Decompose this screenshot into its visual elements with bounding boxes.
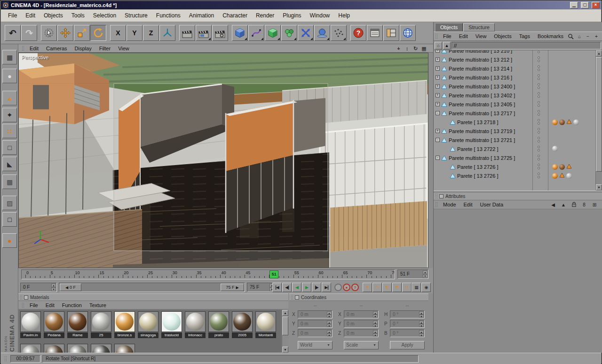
editor-visibility-dot[interactable]	[538, 164, 540, 166]
material-item-partial[interactable]	[20, 344, 42, 353]
material-item-partial[interactable]	[67, 344, 89, 353]
viewport-menu-view[interactable]: View	[114, 45, 133, 52]
object-row[interactable]: +Parete multistrato [ 13 210 ]	[434, 50, 595, 55]
menu-tools[interactable]: Tools	[67, 11, 89, 20]
menu-structure[interactable]: Structure	[120, 11, 152, 20]
menu-window[interactable]: Window	[306, 11, 334, 20]
object-row[interactable]: +Parete multistrato [ 13 2400 ]	[434, 82, 595, 91]
render-visibility-dot[interactable]	[538, 51, 540, 53]
object-row[interactable]: Parete [ 13 2718 ]	[434, 118, 595, 127]
object-row[interactable]: -Parete multistrato [ 13 2721 ]	[434, 135, 595, 144]
phong-tag-icon[interactable]	[559, 173, 565, 179]
pan-view-icon[interactable]: +	[395, 45, 402, 52]
size-y-field[interactable]: 0 m	[344, 320, 379, 328]
material-item[interactable]: Intonacc	[185, 311, 206, 338]
link-icon[interactable]: 8	[580, 201, 588, 208]
key-pla-button[interactable]: ∷	[402, 283, 412, 292]
menu-edit[interactable]: Edit	[21, 11, 40, 20]
field-spinner[interactable]	[327, 330, 332, 336]
size-x-field[interactable]: 0 m	[344, 310, 379, 318]
material-item[interactable]: Montanti	[255, 311, 277, 338]
viewport-menu-display[interactable]: Display	[71, 45, 95, 52]
render-visibility-dot[interactable]	[538, 95, 540, 98]
scroll-up-icon[interactable]: ▲	[596, 50, 602, 56]
menu-functions[interactable]: Functions	[152, 11, 185, 20]
material-item-partial[interactable]	[44, 344, 65, 353]
key-rotation-button[interactable]: ↻	[382, 283, 392, 292]
position-z-field[interactable]: 0 m	[298, 329, 333, 337]
current-frame-marker[interactable]: 51	[269, 270, 278, 278]
make-editable-button[interactable]: ▲	[2, 91, 17, 105]
materials-menu-grip[interactable]	[22, 302, 24, 308]
tree-expand-toggle[interactable]: +	[436, 75, 440, 79]
redo-button[interactable]: ↷	[21, 25, 37, 41]
search-icon[interactable]	[567, 33, 575, 40]
menu-plugins[interactable]: Plugins	[278, 11, 305, 20]
render-visibility-dot[interactable]	[538, 176, 540, 178]
material-item[interactable]: sinagoga	[138, 311, 159, 338]
texture-tag-icon[interactable]	[559, 119, 565, 125]
viewport-menu-edit[interactable]: Edit	[26, 45, 42, 52]
tree-expand-toggle[interactable]: +	[436, 102, 440, 106]
tree-expand-toggle[interactable]: -	[436, 138, 440, 142]
attributes-pin[interactable]	[439, 194, 444, 198]
add-scene-button[interactable]	[314, 25, 330, 41]
menu-animation[interactable]: Animation	[185, 11, 218, 20]
render-visibility-dot[interactable]	[538, 113, 540, 116]
editor-visibility-dot[interactable]	[538, 92, 540, 95]
attributes-grip[interactable]	[435, 193, 438, 199]
points-mode-button[interactable]: ∷	[2, 124, 17, 138]
render-settings-button[interactable]	[212, 25, 228, 41]
rotation-b-field[interactable]: 0 °	[390, 329, 425, 337]
web-button[interactable]	[400, 25, 416, 41]
menu-help[interactable]: Help	[334, 11, 354, 20]
up-icon[interactable]: ▲	[560, 201, 567, 208]
lock-y-axis-button[interactable]: Y	[127, 25, 143, 41]
viewport-canvas[interactable]: Perspective	[18, 53, 428, 268]
render-visibility-dot[interactable]	[538, 69, 540, 71]
scroll-thumb[interactable]	[596, 57, 602, 172]
layout-button[interactable]	[383, 25, 399, 41]
material-item[interactable]: 25	[91, 311, 112, 338]
coordinates-pin[interactable]	[295, 295, 299, 300]
texture-tag-icon[interactable]	[552, 164, 558, 170]
viewport-label[interactable]: Perspective	[22, 55, 48, 60]
object-manager-menu-objects[interactable]: Objects	[490, 32, 515, 40]
range-end-field[interactable]: 75 F	[247, 283, 275, 292]
material-item-partial[interactable]	[91, 344, 112, 353]
attributes-menu-user-data[interactable]: User Data	[476, 201, 507, 208]
render-visibility-dot[interactable]	[538, 149, 540, 151]
tree-expand-toggle[interactable]: +	[436, 84, 440, 88]
key-scale-button[interactable]: □	[372, 283, 382, 292]
object-row[interactable]: Parete [ 13 2722 ]	[434, 144, 595, 153]
editor-visibility-dot[interactable]	[538, 173, 540, 175]
materials-menu-texture[interactable]: Texture	[86, 301, 110, 309]
tree-expand-toggle[interactable]: +	[436, 129, 440, 133]
scroll-thumb[interactable]	[282, 317, 288, 335]
material-item[interactable]: Rame	[67, 311, 89, 338]
play-forward-button[interactable]: ▶	[302, 283, 311, 292]
toggle-view-icon[interactable]: ▦	[420, 45, 428, 52]
editor-visibility-dot[interactable]	[538, 74, 540, 77]
material-item[interactable]: Pedana	[44, 311, 65, 338]
material-item[interactable]: prato	[208, 311, 230, 338]
editor-visibility-dot[interactable]	[538, 137, 540, 139]
minimize-button[interactable]: ▁	[570, 2, 578, 8]
phong-tag-icon[interactable]	[566, 119, 572, 125]
object-row[interactable]: +Parete multistrato [ 13 2405 ]	[434, 100, 595, 109]
object-manager-menu-file[interactable]: File	[439, 32, 455, 40]
range-right-handle[interactable]: 75 F▶	[221, 284, 244, 291]
texture-tag-icon[interactable]	[559, 164, 565, 170]
menu-objects[interactable]: Objects	[40, 11, 67, 20]
sound-record-button[interactable]	[334, 284, 342, 291]
object-row[interactable]: -Parete multistrato [ 13 2717 ]	[434, 109, 595, 118]
tree-expand-toggle[interactable]: +	[436, 57, 440, 62]
content-browser-button[interactable]	[367, 25, 383, 41]
object-manager-menu-edit[interactable]: Edit	[455, 32, 472, 40]
texture-tag-icon[interactable]	[566, 173, 572, 179]
polygons-mode-button[interactable]: ◣	[2, 157, 17, 171]
field-spinner[interactable]	[373, 330, 378, 336]
record-keyframe-button[interactable]: ●	[343, 284, 350, 291]
play-backward-button[interactable]: ◀	[292, 283, 301, 292]
render-visibility-dot[interactable]	[538, 87, 540, 89]
